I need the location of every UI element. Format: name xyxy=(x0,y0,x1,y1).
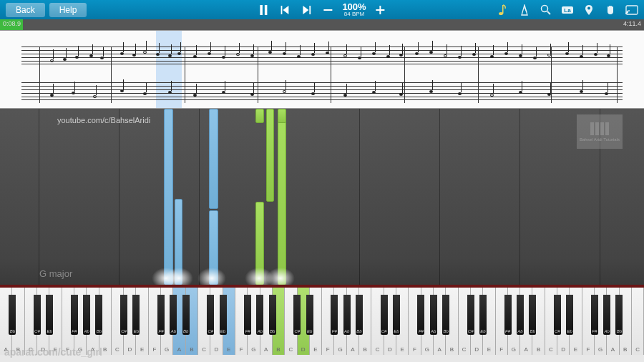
key-label: C# xyxy=(293,329,301,333)
black-key[interactable]: F# xyxy=(71,295,78,335)
svg-rect-5 xyxy=(309,6,311,14)
black-key[interactable]: Ab xyxy=(256,295,263,335)
black-key[interactable]: Bb xyxy=(182,295,190,335)
labels-icon[interactable]: La xyxy=(561,4,574,16)
key-label: A xyxy=(260,346,272,353)
svg-rect-8 xyxy=(380,6,381,14)
key-label: F xyxy=(496,346,507,353)
black-key[interactable]: Bb xyxy=(529,295,536,335)
black-key[interactable]: Ab xyxy=(603,295,610,335)
svg-point-17 xyxy=(587,6,590,9)
key-label: B xyxy=(273,346,284,353)
black-key[interactable]: Bb xyxy=(356,295,363,335)
black-key[interactable]: Eb xyxy=(220,295,227,335)
falling-note xyxy=(255,202,264,285)
key-label: Ab xyxy=(83,329,90,333)
cast-icon[interactable] xyxy=(625,4,638,16)
black-key[interactable]: Ab xyxy=(83,295,90,335)
black-key[interactable]: Ab xyxy=(517,295,524,335)
key-label: A xyxy=(520,346,532,353)
black-key[interactable]: Ab xyxy=(170,295,177,335)
tempo-minus-button[interactable] xyxy=(321,3,335,17)
black-key[interactable]: F# xyxy=(591,295,598,335)
key-label: F# xyxy=(591,329,598,333)
key-label: E xyxy=(570,346,581,353)
hand-icon[interactable] xyxy=(604,4,617,16)
black-key[interactable]: Bb xyxy=(95,295,102,335)
black-key[interactable]: C# xyxy=(120,295,127,335)
black-key[interactable]: Bb xyxy=(615,295,623,335)
key-label: Eb xyxy=(220,329,227,333)
black-key[interactable]: Ab xyxy=(343,295,351,335)
help-button[interactable]: Help xyxy=(49,3,87,17)
black-key[interactable]: F# xyxy=(331,295,338,335)
svg-rect-1 xyxy=(265,5,268,15)
search-icon[interactable] xyxy=(540,4,552,16)
svg-rect-2 xyxy=(280,6,282,14)
black-key[interactable]: Eb xyxy=(46,295,53,335)
location-icon[interactable] xyxy=(582,4,595,16)
tutorial-watermark: Bahsel Aridi Tutorials xyxy=(577,114,623,149)
black-key[interactable]: Eb xyxy=(479,295,487,335)
black-key[interactable]: Bb xyxy=(9,295,16,335)
score-panel[interactable] xyxy=(0,30,644,109)
key-label: Bb xyxy=(615,329,623,333)
key-label: Eb xyxy=(306,329,313,333)
black-key[interactable]: F# xyxy=(504,295,512,335)
key-label: Eb xyxy=(132,329,140,333)
prev-button[interactable] xyxy=(278,3,292,17)
key-label: D xyxy=(124,346,135,353)
key-label: Ab xyxy=(343,329,351,333)
note-icon[interactable] xyxy=(497,4,509,16)
key-label: F# xyxy=(417,329,424,333)
key-label: A xyxy=(434,346,445,353)
key-label: F# xyxy=(71,329,78,333)
black-key[interactable]: Eb xyxy=(132,295,140,335)
black-key[interactable]: Bb xyxy=(442,295,449,335)
back-button[interactable]: Back xyxy=(6,3,45,17)
black-key[interactable]: F# xyxy=(157,295,165,335)
key-label: C xyxy=(198,346,210,353)
key-label: D xyxy=(298,346,309,353)
treble-staff xyxy=(21,47,623,64)
svg-rect-6 xyxy=(323,9,332,11)
svg-marker-3 xyxy=(283,6,288,14)
key-label: B xyxy=(532,346,544,353)
key-label: F# xyxy=(244,329,251,333)
svg-point-13 xyxy=(542,5,548,11)
key-label: Eb xyxy=(393,329,400,333)
black-key[interactable]: C# xyxy=(381,295,388,335)
falling-note xyxy=(278,109,286,123)
key-label: A xyxy=(607,346,618,353)
black-key[interactable]: Eb xyxy=(393,295,400,335)
black-key[interactable]: C# xyxy=(34,295,41,335)
black-key[interactable]: Bb xyxy=(269,295,276,335)
key-label: C# xyxy=(34,329,41,333)
black-key[interactable]: F# xyxy=(244,295,251,335)
top-toolbar: Back Help 100% 84 BPM La xyxy=(0,0,644,19)
falling-note xyxy=(175,199,182,285)
channel-text: youtube.com/c/BahselAridi xyxy=(57,116,150,124)
timeline[interactable]: 0:08.9 4:11.4 xyxy=(0,19,644,30)
key-label: Ab xyxy=(517,329,524,333)
metronome-icon[interactable] xyxy=(518,4,531,16)
next-button[interactable] xyxy=(299,3,313,17)
black-key[interactable]: C# xyxy=(467,295,474,335)
key-label: G xyxy=(508,346,519,353)
key-label: E xyxy=(483,346,494,353)
key-label: F# xyxy=(331,329,338,333)
key-label: B xyxy=(359,346,371,353)
black-key[interactable]: C# xyxy=(293,295,301,335)
black-key[interactable]: F# xyxy=(417,295,424,335)
black-key[interactable]: Ab xyxy=(430,295,437,335)
black-key[interactable]: C# xyxy=(554,295,561,335)
black-key[interactable]: Eb xyxy=(566,295,573,335)
key-signature-label: G major xyxy=(39,268,72,279)
falling-note xyxy=(266,109,274,202)
tempo-plus-button[interactable] xyxy=(374,3,388,17)
white-key[interactable]: C xyxy=(632,288,644,355)
pause-button[interactable] xyxy=(256,3,270,17)
black-key[interactable]: Eb xyxy=(306,295,313,335)
black-key[interactable]: C# xyxy=(207,295,214,335)
key-label: A xyxy=(347,346,358,353)
